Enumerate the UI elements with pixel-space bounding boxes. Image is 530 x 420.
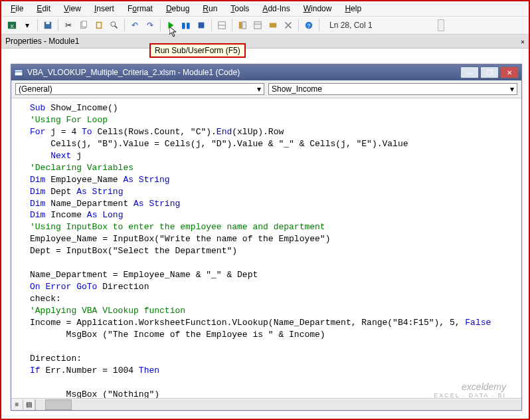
svg-marker-10 <box>169 22 174 29</box>
svg-rect-22 <box>15 70 23 76</box>
toolbox-icon[interactable] <box>282 19 295 32</box>
scrollbar-thumb[interactable] <box>45 399 72 410</box>
svg-rect-11 <box>199 23 205 29</box>
svg-rect-7 <box>97 23 100 28</box>
module-icon <box>14 68 23 77</box>
menu-debug[interactable]: Debug <box>161 3 195 15</box>
code-window-title: VBA_VLOOKUP_Multiple_Criteria_2.xlsm - M… <box>27 68 240 77</box>
dropdown-arrow-icon[interactable]: ▾ <box>21 19 34 32</box>
svg-point-8 <box>111 22 116 27</box>
maximize-button[interactable]: ❐ <box>480 66 499 78</box>
close-button[interactable]: ✕ <box>500 66 519 78</box>
full-module-view-button[interactable]: ▤ <box>23 399 35 410</box>
run-tooltip: Run Sub/UserForm (F5) <box>149 43 246 58</box>
procedure-view-button[interactable]: ≡ <box>11 399 23 410</box>
paste-icon[interactable] <box>92 19 106 32</box>
reset-icon[interactable] <box>195 19 208 32</box>
horizontal-scrollbar[interactable] <box>35 399 521 410</box>
design-mode-icon[interactable] <box>215 19 228 32</box>
copy-icon[interactable] <box>77 19 90 32</box>
menu-edit[interactable]: Edit <box>31 3 56 15</box>
menu-format[interactable]: Format <box>122 3 158 15</box>
svg-rect-16 <box>254 22 262 29</box>
svg-rect-15 <box>242 22 246 29</box>
svg-rect-5 <box>82 21 86 27</box>
code-window: VBA_VLOOKUP_Multiple_Criteria_2.xlsm - M… <box>11 64 522 411</box>
menu-view[interactable]: View <box>58 3 86 15</box>
toolbar: X ▾ ✂ ↶ ↷ ▮▮ ? Ln 28, Col 1 <box>1 17 529 35</box>
find-icon[interactable] <box>108 19 121 32</box>
svg-rect-3 <box>46 22 49 25</box>
properties-window-icon[interactable] <box>251 19 264 32</box>
code-window-titlebar[interactable]: VBA_VLOOKUP_Multiple_Criteria_2.xlsm - M… <box>11 64 521 80</box>
excel-icon[interactable]: X <box>5 19 19 32</box>
menu-file[interactable]: File <box>5 3 29 15</box>
cursor-position-label: Ln 28, Col 1 <box>329 21 436 30</box>
redo-icon[interactable]: ↷ <box>143 19 157 32</box>
menu-bar: File Edit View Insert Format Debug Run T… <box>1 1 529 17</box>
menu-window[interactable]: Window <box>298 3 337 15</box>
svg-text:?: ? <box>308 23 311 29</box>
code-window-statusbar: ≡ ▤ <box>11 398 521 410</box>
cut-icon[interactable]: ✂ <box>62 19 75 32</box>
svg-rect-18 <box>270 23 277 28</box>
position-dropdown[interactable] <box>438 19 444 31</box>
object-browser-icon[interactable] <box>266 19 280 32</box>
menu-insert[interactable]: Insert <box>89 3 120 15</box>
run-icon[interactable] <box>164 19 177 32</box>
svg-text:X: X <box>10 23 14 29</box>
minimize-button[interactable]: ― <box>460 66 479 78</box>
svg-rect-14 <box>239 22 242 29</box>
break-icon[interactable]: ▮▮ <box>179 19 193 32</box>
save-icon[interactable] <box>41 19 54 32</box>
code-editor[interactable]: Sub Show_Income() 'Using For Loop For j … <box>11 98 521 398</box>
menu-addins[interactable]: Add-Ins <box>257 3 295 15</box>
help-icon[interactable]: ? <box>302 19 315 32</box>
project-explorer-icon[interactable] <box>236 19 249 32</box>
properties-panel-title: Properties - Module1 ✕ <box>1 35 529 49</box>
object-dropdown[interactable]: (General) ▾ <box>15 83 264 95</box>
menu-run[interactable]: Run <box>197 3 222 15</box>
procedure-dropdown[interactable]: Show_Income ▾ <box>268 83 517 95</box>
undo-icon[interactable]: ↶ <box>128 19 141 32</box>
svg-line-9 <box>115 26 118 29</box>
menu-tools[interactable]: Tools <box>225 3 254 15</box>
close-icon[interactable]: ✕ <box>521 38 525 45</box>
menu-help[interactable]: Help <box>339 3 367 15</box>
properties-title-text: Properties - Module1 <box>5 37 79 46</box>
